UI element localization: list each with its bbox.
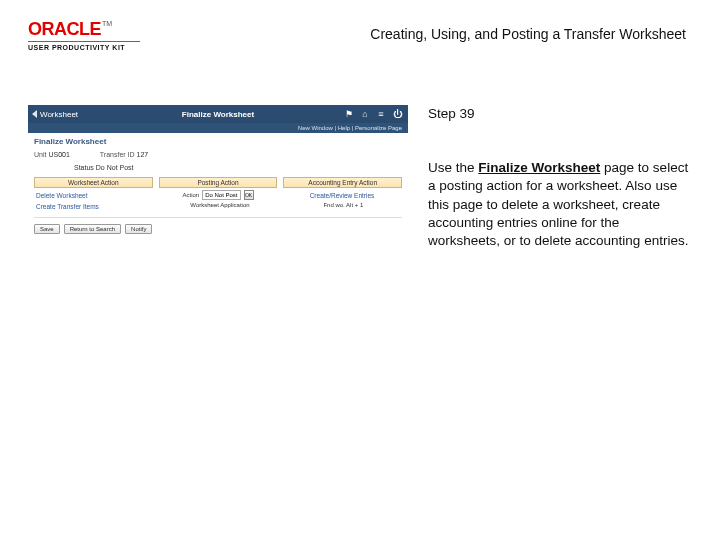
action-select-label: Action [182,192,199,198]
instruction-text: Use the Finalize Worksheet page to selec… [428,159,692,250]
return-to-search-button[interactable]: Return to Search [64,224,121,234]
unit-label: Unit [34,151,46,158]
divider [34,217,402,218]
posting-action-cell: Action Do Not Post OK [160,190,276,200]
flag-icon[interactable]: ⚑ [344,109,354,119]
create-review-entries-link[interactable]: Create/Review Entries [282,191,402,200]
step-number: Step 39 [428,105,692,123]
home-icon[interactable]: ⌂ [360,109,370,119]
transfer-id-value: 127 [137,151,149,158]
transfer-field: Transfer ID 127 [100,151,148,158]
column-headers: Worksheet Action Posting Action Accounti… [34,177,402,188]
document-title: Creating, Using, and Posting a Transfer … [370,26,686,42]
app-screenshot: Worksheet Finalize Worksheet ⚑ ⌂ ≡ ⏻ New… [28,105,408,242]
ok-button[interactable]: OK [244,190,254,200]
app-top-bar: Worksheet Finalize Worksheet ⚑ ⌂ ≡ ⏻ [28,105,408,123]
unit-value: US001 [48,151,69,158]
meta-row: Unit US001 Transfer ID 127 [34,151,402,158]
app-body: Finalize Worksheet Unit US001 Transfer I… [28,133,408,242]
delete-worksheet-link[interactable]: Delete Worksheet [34,191,154,200]
brand-oracle-text: ORACLE [28,19,101,39]
app-substrip[interactable]: New Window | Help | Personalize Page [28,123,408,133]
brand-subtitle: USER PRODUCTIVITY KIT [28,44,140,51]
create-transfer-items-link[interactable]: Create Transfer Items [34,202,155,211]
content-row: Worksheet Finalize Worksheet ⚑ ⌂ ≡ ⏻ New… [28,105,692,250]
back-button-label: Worksheet [40,110,78,119]
find-hint: Fnd wo. Alt + 1 [285,202,402,211]
back-button[interactable]: Worksheet [28,110,78,119]
status-label: Status [74,164,94,171]
save-button[interactable]: Save [34,224,60,234]
instruction-bold: Finalize Worksheet [478,160,600,175]
secondary-row: Create Transfer Items Worksheet Applicat… [34,202,402,211]
chevron-left-icon [32,110,37,118]
brand-logo-block: ORACLETM USER PRODUCTIVITY KIT [28,20,140,51]
logo-divider [28,41,140,42]
brand-wordmark: ORACLETM [28,20,140,39]
app-top-icons: ⚑ ⌂ ≡ ⏻ [344,109,408,119]
footer-buttons: Save Return to Search Notify [34,224,402,234]
worksheet-application-label: Worksheet Application [161,202,278,211]
instruction-column: Step 39 Use the Finalize Worksheet page … [428,105,692,250]
notify-button[interactable]: Notify [125,224,152,234]
action-select[interactable]: Do Not Post [202,190,240,200]
status-value: Do Not Post [96,164,134,171]
col-worksheet-action: Worksheet Action [34,177,153,188]
trademark-symbol: TM [102,20,112,27]
instruction-pre: Use the [428,160,478,175]
section-heading: Finalize Worksheet [34,137,402,146]
col-posting-action: Posting Action [159,177,278,188]
action-row: Delete Worksheet Action Do Not Post OK C… [34,190,402,200]
unit-field: Unit US001 [34,151,70,158]
col-accounting-entry: Accounting Entry Action [283,177,402,188]
power-icon[interactable]: ⏻ [392,109,402,119]
transfer-id-label: Transfer ID [100,151,135,158]
menu-icon[interactable]: ≡ [376,109,386,119]
app-page-title: Finalize Worksheet [182,110,254,119]
status-row: Status Do Not Post [34,164,402,171]
